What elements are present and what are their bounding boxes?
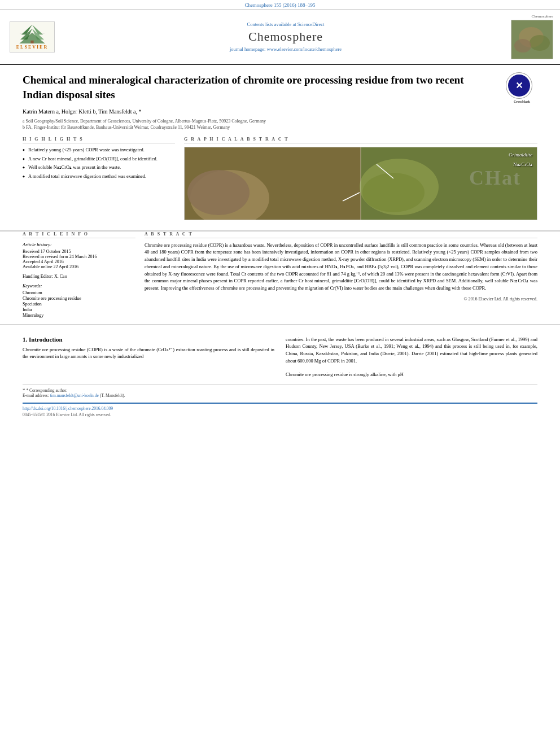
keyword-3: Speciation [23, 302, 135, 307]
crossmark-label: CrossMark [506, 99, 537, 104]
article-history: Article history: Received 17 October 201… [23, 242, 135, 269]
doi-section: http://dx.doi.org/10.1016/j.chemosphere.… [23, 403, 537, 417]
journal-header: ELSEVIER Contents lists available at Sci… [0, 10, 560, 65]
footnote-star: * [23, 387, 25, 393]
elsevier-tree-icon [15, 24, 49, 43]
highlights-heading: H I G H L I G H T S [23, 137, 175, 143]
affiliation-b: b FA, Finger-Institut für Baustoffkunde,… [23, 124, 537, 130]
svg-point-10 [530, 35, 550, 51]
body-col-left: 1. Introduction Chromite ore processing … [23, 336, 274, 378]
svg-point-11 [514, 39, 531, 53]
elsevier-box: ELSEVIER [10, 21, 55, 53]
intro-para2: countries. In the past, the waste has be… [286, 336, 537, 365]
received-date: Received 17 October 2015 [23, 249, 135, 254]
body-two-col: 1. Introduction Chromite ore processing … [23, 336, 537, 378]
article-header: Chemical and mineralogical characterizat… [0, 65, 560, 231]
graphical-abstract-image: Grimaldiite Na₂CrO₄ [184, 147, 537, 220]
highlights-list: Relatively young (<25 years) COPR waste … [23, 147, 175, 181]
science-direct-link[interactable]: ScienceDirect [298, 21, 325, 27]
intro-heading: 1. Introduction [23, 336, 274, 343]
science-direct-text: Contents lists available at ScienceDirec… [63, 21, 508, 27]
citation-text: Chemosphere 155 (2016) 188–195 [244, 2, 315, 8]
body-col-right: countries. In the past, the waste has be… [286, 336, 537, 378]
thumb-label: Chemosphere [532, 14, 554, 19]
accepted-date: Accepted 4 April 2016 [23, 259, 135, 264]
ga-svg [185, 147, 537, 220]
highlight-item-2: A new Cr host mineral, grimaldiite [CrO(… [23, 156, 175, 163]
keyword-4: India [23, 307, 135, 312]
highlights-panel: H I G H L I G H T S Relatively young (<2… [23, 137, 175, 220]
article-title: Chemical and mineralogical characterizat… [23, 73, 537, 102]
highlight-item-4: A modified total microwave digestion met… [23, 173, 175, 180]
elsevier-logo: ELSEVIER [7, 21, 58, 53]
footnote-text: * Corresponding author. [26, 388, 67, 393]
graphical-abstract-heading: G R A P H I C A L A B S T R A C T [184, 137, 537, 143]
footnote: * * Corresponding author. E-mail address… [23, 385, 537, 398]
abstract-text: Chromite ore processing residue (COPR) i… [145, 242, 537, 292]
affiliations: a Soil Geography/Soil Science, Departmen… [23, 118, 537, 130]
keywords-section: Keywords: Chromium Chromite ore processi… [23, 283, 135, 318]
homepage-url[interactable]: www.elsevier.com/locate/chemosphere [267, 46, 342, 52]
highlight-item-3: Well soluble Na₂CrO₄ was present in the … [23, 164, 175, 171]
abstract-panel: A B S T R A C T Chromite ore processing … [145, 231, 537, 318]
copyright-line: © 2016 Elsevier Ltd. All rights reserved… [145, 296, 537, 302]
affiliation-a: a Soil Geography/Soil Science, Departmen… [23, 118, 537, 124]
intro-para3: Chromite ore processing residue is stron… [286, 371, 537, 378]
highlights-graphical-section: H I G H L I G H T S Relatively young (<2… [23, 137, 537, 220]
thumb-image-svg [511, 20, 553, 59]
doi-url[interactable]: http://dx.doi.org/10.1016/j.chemosphere.… [23, 406, 537, 411]
ga-label2: Na₂CrO₄ [513, 161, 532, 167]
footnote-email-name: (T. Mansfeldt). [100, 393, 125, 398]
handling-editor: Handling Editor: X. Cao [23, 274, 135, 279]
keyword-1: Chromium [23, 290, 135, 295]
article-info-heading: A R T I C L E I N F O [23, 231, 135, 238]
article-info-abstract-section: A R T I C L E I N F O Article history: R… [0, 231, 560, 318]
article-info-panel: A R T I C L E I N F O Article history: R… [23, 231, 135, 318]
journal-center-info: Contents lists available at ScienceDirec… [63, 21, 508, 52]
abstract-heading: A B S T R A C T [145, 231, 537, 238]
authors-line: Katrin Matern a, Holger Kletti b, Tim Ma… [23, 108, 537, 115]
keywords-title: Keywords: [23, 283, 135, 289]
crossmark-icon: ✕ [506, 73, 532, 98]
journal-name: Chemosphere [63, 29, 508, 44]
footnote-email[interactable]: tim.mansfeldt@uni-koeln.de [50, 393, 99, 398]
thumb-image [511, 20, 553, 59]
keyword-2: Chromite ore processing residue [23, 296, 135, 301]
elsevier-label: ELSEVIER [16, 45, 48, 50]
footnote-email-label: E-mail address: [23, 393, 49, 398]
article-history-title: Article history: [23, 242, 135, 247]
section-divider [0, 324, 560, 325]
graphical-abstract-panel: G R A P H I C A L A B S T R A C T [184, 137, 537, 220]
body-section: 1. Introduction Chromite ore processing … [0, 330, 560, 423]
online-date: Available online 22 April 2016 [23, 264, 135, 269]
issn-line: 0045-6535/© 2016 Elsevier Ltd. All right… [23, 412, 537, 417]
revised-date: Received in revised form 24 March 2016 [23, 254, 135, 259]
journal-homepage: journal homepage: www.elsevier.com/locat… [63, 46, 508, 52]
ga-label1: Grimaldiite [509, 152, 532, 158]
svg-rect-6 [30, 41, 33, 43]
citation-bar: Chemosphere 155 (2016) 188–195 [0, 0, 560, 10]
svg-point-17 [362, 173, 425, 212]
intro-para1: Chromite ore processing residue (COPR) i… [23, 346, 274, 361]
crossmark-badge: ✕ CrossMark [506, 73, 537, 104]
journal-thumbnail: Chemosphere [508, 14, 553, 59]
highlight-item-1: Relatively young (<25 years) COPR waste … [23, 147, 175, 154]
keyword-5: Mineralogy [23, 313, 135, 318]
svg-point-14 [187, 170, 250, 215]
keywords-list: Chromium Chromite ore processing residue… [23, 290, 135, 318]
